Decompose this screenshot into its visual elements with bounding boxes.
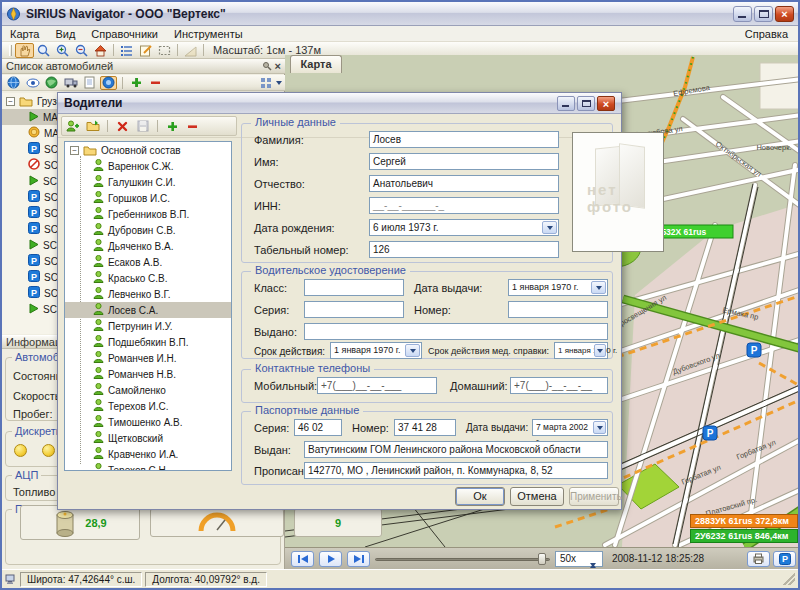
passport-number-field[interactable]: 37 41 28 <box>394 419 456 436</box>
parking-report-button[interactable]: P <box>773 551 796 567</box>
ok-button[interactable]: Ок <box>455 487 505 506</box>
driver-tree-item[interactable]: Гребенников В.П. <box>65 206 231 222</box>
license-series-field[interactable] <box>304 301 404 318</box>
timeline-slider[interactable] <box>375 552 550 566</box>
surname-field[interactable]: Лосев <box>369 131 559 148</box>
follow-on-map-button[interactable] <box>100 76 117 90</box>
menu-tools[interactable]: Инструменты <box>166 26 251 42</box>
dropdown-arrow-icon[interactable] <box>276 81 282 85</box>
passport-series-field[interactable]: 46 02 <box>294 419 342 436</box>
report-button[interactable] <box>81 76 98 90</box>
driver-tree-item[interactable]: Подшебякин В.П. <box>65 334 231 350</box>
print-button[interactable] <box>747 551 770 567</box>
combo-arrow-icon[interactable] <box>405 344 420 357</box>
add-driver-button[interactable] <box>64 119 81 133</box>
drivers-tree[interactable]: −Основной составВаренюк С.Ж.Галушкин С.И… <box>64 141 232 471</box>
parking-marker[interactable]: P <box>747 343 761 357</box>
zoom-in-button[interactable] <box>53 43 72 58</box>
collapse-all-button[interactable] <box>184 119 201 133</box>
expand-icon[interactable]: − <box>70 146 79 155</box>
show-all-button[interactable] <box>5 76 22 90</box>
driver-tree-item[interactable]: Самойленко <box>65 382 231 398</box>
license-valid-combo[interactable]: 1 января 1970 г. <box>330 342 422 359</box>
menu-map[interactable]: Карта <box>2 26 47 42</box>
playback-play-button[interactable] <box>319 551 342 567</box>
track-globe-button[interactable] <box>43 76 60 90</box>
driver-tree-item[interactable]: Левченко В.Г. <box>65 286 231 302</box>
playback-start-button[interactable] <box>291 551 314 567</box>
tab-map[interactable]: Карта <box>290 55 342 73</box>
delete-button[interactable] <box>114 119 131 133</box>
parking-marker[interactable]: P <box>703 426 717 440</box>
mobile-phone-field[interactable]: +7(___)__-__-___ <box>317 377 437 394</box>
panel-close-icon[interactable]: × <box>275 60 281 72</box>
combo-arrow-icon[interactable] <box>542 221 557 234</box>
list-view-button[interactable] <box>117 43 136 58</box>
vehicle-info-button[interactable] <box>62 76 79 90</box>
license-issue-combo[interactable]: 1 января 1970 г. <box>508 279 608 296</box>
combo-arrow-icon[interactable] <box>594 344 606 357</box>
menu-directories[interactable]: Справочники <box>83 26 166 42</box>
driver-tree-item[interactable]: Дьяченко В.А. <box>65 238 231 254</box>
maximize-button[interactable] <box>754 6 773 22</box>
remove-vehicle-button[interactable] <box>147 76 164 90</box>
license-class-field[interactable] <box>304 279 404 296</box>
expand-all-button[interactable] <box>164 119 181 133</box>
playback-end-button[interactable] <box>347 551 370 567</box>
select-region-button[interactable] <box>155 43 174 58</box>
passport-issued-field[interactable]: Ватутинским ГОМ Ленинского района Москов… <box>304 441 608 458</box>
zoom-tool-button[interactable] <box>34 43 53 58</box>
add-group-button[interactable] <box>84 119 101 133</box>
license-issued-field[interactable] <box>304 323 608 340</box>
driver-tree-item[interactable]: Лосев С.А. <box>65 302 231 318</box>
cancel-button[interactable]: Отмена <box>510 487 564 506</box>
driver-tree-item[interactable]: Терехов И.С. <box>65 398 231 414</box>
passport-issue-combo[interactable]: 7 марта 2002 г. <box>532 419 608 436</box>
minimize-button[interactable] <box>733 6 752 22</box>
save-button[interactable] <box>134 119 151 133</box>
name-field[interactable]: Сергей <box>369 153 559 170</box>
license-number-field[interactable] <box>508 301 608 318</box>
driver-tree-item[interactable]: Галушкин С.И. <box>65 174 231 190</box>
watch-vehicle-button[interactable] <box>24 76 41 90</box>
measure-tool-button[interactable] <box>181 43 200 58</box>
combo-arrow-icon[interactable] <box>591 281 606 294</box>
med-valid-combo[interactable]: 1 января 1970 г. <box>554 342 608 359</box>
driver-tree-item[interactable]: Щетковский <box>65 430 231 446</box>
expand-icon[interactable]: − <box>6 97 15 106</box>
combo-arrow-icon[interactable] <box>593 421 606 434</box>
driver-tree-item[interactable]: Терехов С.Н. <box>65 462 231 471</box>
resize-grip[interactable] <box>783 573 795 585</box>
driver-tree-item[interactable]: Кравченко И.А. <box>65 446 231 462</box>
address-field[interactable]: 142770, МО , Ленинский район, п. Коммуна… <box>304 462 608 479</box>
pan-tool-button[interactable] <box>15 43 34 58</box>
dialog-minimize-button[interactable] <box>557 96 575 111</box>
zoom-out-button[interactable] <box>72 43 91 58</box>
driver-tree-item[interactable]: Романчев Н.В. <box>65 366 231 382</box>
employee-number-field[interactable]: 126 <box>369 241 559 258</box>
menu-view[interactable]: Вид <box>47 26 83 42</box>
driver-tree-item[interactable]: Есаков А.В. <box>65 254 231 270</box>
slider-thumb[interactable] <box>538 553 546 565</box>
menu-help[interactable]: Справка <box>735 26 798 42</box>
speed-spinner[interactable]: 50x <box>555 551 603 567</box>
home-view-button[interactable] <box>91 43 110 58</box>
drivers-group-row[interactable]: −Основной состав <box>65 142 231 158</box>
driver-tree-item[interactable]: Горшков И.С. <box>65 190 231 206</box>
close-button[interactable]: × <box>775 6 794 22</box>
driver-tree-item[interactable]: Дубровин С.В. <box>65 222 231 238</box>
birth-date-combo[interactable]: 6 июля 1973 г. <box>369 219 559 236</box>
inn-field[interactable]: __-__-______-_ <box>369 197 559 214</box>
driver-tree-item[interactable]: Романчев И.Н. <box>65 350 231 366</box>
dialog-close-button[interactable]: × <box>597 96 615 111</box>
driver-tree-item[interactable]: Варенюк С.Ж. <box>65 158 231 174</box>
dialog-title-bar[interactable]: Водители × <box>58 93 621 114</box>
dialog-maximize-button[interactable] <box>577 96 595 111</box>
driver-tree-item[interactable]: Тимошенко А.В. <box>65 414 231 430</box>
add-vehicle-button[interactable] <box>128 76 145 90</box>
driver-tree-item[interactable]: Петрунин И.У. <box>65 318 231 334</box>
home-phone-field[interactable]: +7(___)-__-__-__ <box>510 377 608 394</box>
pin-icon[interactable] <box>262 61 272 71</box>
driver-tree-item[interactable]: Красько С.В. <box>65 270 231 286</box>
patronymic-field[interactable]: Анатольевич <box>369 175 559 192</box>
